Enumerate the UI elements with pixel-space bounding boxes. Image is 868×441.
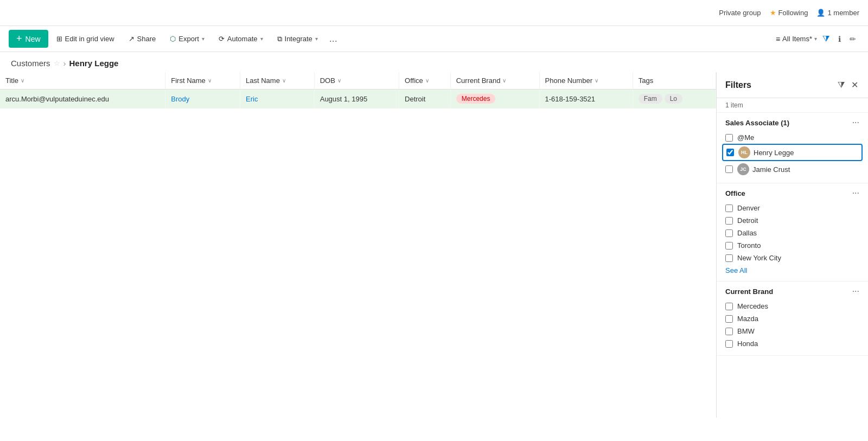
filter-brand-mercedes-checkbox[interactable] [725,303,733,310]
filter-brand-mazda-item[interactable]: Mazda [725,312,859,325]
filter-henry-item[interactable]: HL Henry Legge [722,144,863,161]
edit-grid-button[interactable]: ⊞ Edit in grid view [50,31,120,46]
breadcrumb-parent[interactable]: Customers [11,59,50,68]
brand-title: Current Brand [725,287,773,296]
sales-associate-title: Sales Associate (1) [725,119,789,127]
table-row[interactable]: arcu.Morbi@vulputateduinec.edu Brody Eri… [0,90,716,108]
office-items: Denver Detroit Dallas Toronto New York C… [725,202,859,264]
phone-sort-icon: ∨ [595,78,598,84]
breadcrumb-favorite-icon[interactable]: ☆ [54,59,60,67]
col-title[interactable]: Title ∨ [0,72,165,90]
breadcrumb: Customers ☆ › Henry Legge [0,52,868,72]
office-more-button[interactable]: ··· [852,189,859,197]
cell-firstname: Brody [165,90,240,108]
automate-button[interactable]: ⟳ Automate ▾ [213,31,269,46]
filter-section-office-header: Office ··· [725,189,859,197]
filter-office-dallas-item[interactable]: Dallas [725,227,859,239]
following-label[interactable]: ★ Following [770,9,808,17]
filter-brand-mercedes-label: Mercedes [737,302,768,310]
col-dob[interactable]: DOB ∨ [314,72,399,90]
pencil-icon-button[interactable]: ✏ [846,34,859,44]
brand-items: Mercedes Mazda BMW Honda [725,300,859,350]
grid-icon: ⊞ [56,35,62,43]
cell-dob: August 1, 1995 [314,90,399,108]
filter-section-brand: Current Brand ··· Mercedes Mazda BMW Hon… [717,282,868,356]
cell-lastname: Eric [240,90,315,108]
filter-office-toronto-item[interactable]: Toronto [725,239,859,252]
filter-brand-mazda-checkbox[interactable] [725,315,733,323]
col-lastname[interactable]: Last Name ∨ [240,72,315,90]
all-items-button[interactable]: ≡ All Items* ▾ [776,35,817,43]
filter-jamie-item[interactable]: JC Jamie Crust [725,161,859,177]
col-phone[interactable]: Phone Number ∨ [539,72,633,90]
filters-header: Filters ⧩ ✕ [717,72,868,98]
new-button[interactable]: + New [9,30,48,48]
private-group-label: Private group [719,9,761,17]
filter-office-toronto-checkbox[interactable] [725,242,733,250]
filter-office-denver-label: Denver [737,204,760,212]
automate-icon: ⟳ [219,35,225,43]
filter-section-sales-associate: Sales Associate (1) ··· @Me HL Henry Leg… [717,113,868,183]
henry-avatar: HL [738,146,750,158]
filter-brand-mazda-label: Mazda [737,315,758,323]
col-firstname[interactable]: First Name ∨ [165,72,240,90]
filter-jamie-checkbox[interactable] [725,165,733,173]
filter-office-dallas-checkbox[interactable] [725,229,733,237]
toolbar: + New ⊞ Edit in grid view ↗ Share ⬡ Expo… [0,26,868,52]
export-chevron-icon: ▾ [202,36,205,42]
cell-brand: Mercedes [450,90,539,108]
filter-brand-honda-checkbox[interactable] [725,340,733,348]
integrate-button[interactable]: ⧉ Integrate ▾ [271,31,324,47]
more-button[interactable]: ... [326,33,341,44]
jamie-avatar: JC [737,163,749,175]
filter-office-detroit-checkbox[interactable] [725,217,733,225]
pencil-icon: ✏ [850,35,856,43]
filters-count: 1 item [717,98,868,113]
export-button[interactable]: ⬡ Export ▾ [164,31,210,46]
filter-henry-checkbox[interactable] [726,149,734,156]
filters-panel: Filters ⧩ ✕ 1 item Sales Associate (1) ·… [716,72,868,418]
filter-office-detroit-label: Detroit [737,216,758,225]
filter-section-sales-associate-header: Sales Associate (1) ··· [725,118,859,127]
cell-title: arcu.Morbi@vulputateduinec.edu [0,90,165,108]
filter-office-detroit-item[interactable]: Detroit [725,214,859,227]
table-area: Title ∨ First Name ∨ Last Name ∨ [0,72,716,418]
info-icon: ℹ [838,35,841,43]
top-bar: Private group ★ Following 👤 1 member [0,0,868,26]
filter-me-item[interactable]: @Me [725,131,859,144]
info-icon-button[interactable]: ℹ [835,34,844,44]
col-office[interactable]: Office ∨ [399,72,451,90]
share-button[interactable]: ↗ Share [123,31,162,46]
filter-office-toronto-label: Toronto [737,241,761,250]
col-brand[interactable]: Current Brand ∨ [450,72,539,90]
sales-associate-more-button[interactable]: ··· [852,118,859,127]
filter-brand-bmw-checkbox[interactable] [725,328,733,335]
filter-brand-bmw-item[interactable]: BMW [725,325,859,337]
lastname-sort-icon: ∨ [282,78,286,84]
automate-chevron-icon: ▾ [260,36,263,42]
filter-brand-mercedes-item[interactable]: Mercedes [725,300,859,312]
filter-brand-honda-item[interactable]: Honda [725,337,859,350]
dob-sort-icon: ∨ [337,78,341,84]
filter-office-nyc-checkbox[interactable] [725,254,733,262]
filter-office-denver-checkbox[interactable] [725,204,733,212]
member-label: 👤 1 member [816,9,859,17]
filter-office-denver-item[interactable]: Denver [725,202,859,214]
filters-funnel-icon-button[interactable]: ⧩ [837,79,846,91]
filters-close-button[interactable]: ✕ [850,79,859,91]
filter-me-checkbox[interactable] [725,134,733,142]
person-icon: 👤 [816,9,825,17]
table-header-row: Title ∨ First Name ∨ Last Name ∨ [0,72,716,90]
filter-office-nyc-item[interactable]: New York City [725,252,859,264]
filter-jamie-label: JC Jamie Crust [737,163,790,175]
office-sort-icon: ∨ [425,78,429,84]
filter-brand-bmw-label: BMW [737,327,755,335]
brand-more-button[interactable]: ··· [852,287,859,296]
filters-title: Filters [725,80,751,90]
title-sort-icon: ∨ [21,78,24,84]
cell-tags: FamLo [633,90,716,108]
col-tags[interactable]: Tags [633,72,716,90]
filter-icon-button[interactable]: ⧩ [819,33,833,45]
filter-section-office: Office ··· Denver Detroit Dallas Toronto… [717,183,868,282]
office-see-all-button[interactable]: See All [725,264,747,276]
